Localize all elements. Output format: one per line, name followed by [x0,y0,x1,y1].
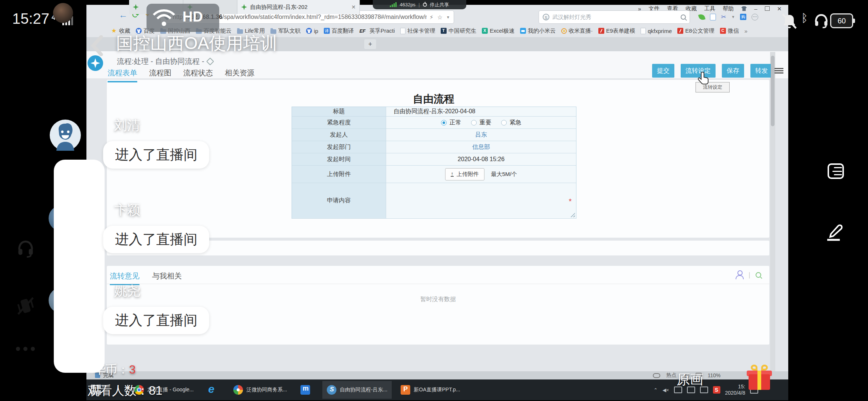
tray-mute-icon[interactable]: ◀× [662,387,669,393]
bookmark-item[interactable]: 收米直播· [561,27,593,35]
field-label: 发起部门 [292,141,386,153]
stream-control-panel [54,160,105,373]
radio-option[interactable]: 正常 [441,119,461,127]
radio-icon[interactable] [441,120,447,125]
close-button[interactable]: ✕ [777,6,782,12]
shopping-icon[interactable]: 购 [740,14,746,20]
menu-item[interactable]: 工具 [704,5,715,12]
back-button-icon[interactable]: ← [119,10,128,19]
viewer-counter: 观看人数：81 [88,382,162,399]
menu-hamburger-icon[interactable] [775,67,783,75]
stop-share-button[interactable]: 停止共享 [430,1,449,8]
favorite-star-icon[interactable]: ☆ [437,14,443,21]
bookmark-item[interactable]: E9表单建模 [598,27,635,35]
bookmarks-overflow-icon[interactable]: » [744,28,747,34]
browser-tab-active[interactable]: 自由协同流程-吕东-202 ✕ [237,0,360,14]
content-textarea[interactable]: * [386,183,576,219]
taskbar-item[interactable]: 新OA直播课PPT.p... [396,381,464,399]
ecology-logo[interactable] [88,55,103,71]
back-chevron-icon[interactable] [89,35,106,56]
scrollbar-thumb[interactable] [771,56,775,126]
minimize-button[interactable]: – [754,6,757,12]
clipboard-icon[interactable] [710,14,716,20]
empty-data-text: 暂时没有数据 [107,296,769,303]
taskbar-item[interactable] [203,381,224,399]
page-tab[interactable]: 流程状态 [183,68,213,82]
bookmark-label: Excel极速 [490,27,514,35]
bookmark-label: E9表单建模 [606,27,635,35]
tray-time: 15: [738,384,745,390]
hotspot-cloud-icon[interactable] [653,373,660,378]
search-icon[interactable] [681,14,686,20]
bookmark-item[interactable]: 英孚Practi [359,27,395,35]
lightning-icon[interactable]: ⚡ [430,14,434,21]
taskbar-item[interactable]: 自由协同流程-吕东... [322,381,392,399]
bookmark-item[interactable]: qkfxprime [641,28,672,34]
bookmark-item[interactable]: 我的小米云 [520,27,556,35]
page-tab[interactable]: 相关资源 [225,68,254,82]
tag-icon[interactable] [206,58,214,65]
gift-button[interactable] [746,364,773,391]
action-button[interactable]: 转发 [750,64,773,78]
initiator-link[interactable]: 吕东 [475,131,487,139]
more-tools-icon[interactable]: ••• [752,14,758,20]
search-opinions-icon[interactable] [756,272,761,278]
bookmark-item[interactable]: E8公文管理 [677,27,714,35]
new-tab-button[interactable]: + [364,39,376,49]
restore-button[interactable] [765,6,770,11]
action-button[interactable]: 提交 [652,64,674,78]
bookmark-item[interactable]: 百度翻译 [324,27,354,35]
more-options-button[interactable] [0,347,51,351]
url-dropdown-icon[interactable]: ▼ [446,15,450,19]
viewer-avatar[interactable] [50,120,81,151]
breadcrumb-text: 流程:处理 - 自由协同流程 - [117,56,204,66]
bookmark-item[interactable]: 社保卡管理 [400,27,435,35]
vibrate-mute-button[interactable] [0,296,51,316]
page-tab[interactable]: 流程图 [149,68,171,82]
taskbar-item[interactable] [296,381,318,399]
divider: | [418,2,420,7]
ecology-pinwheel-icon [91,58,100,68]
taskbar-item-label: 自由协同流程-吕东... [340,387,387,393]
streamer-avatar[interactable] [53,3,73,23]
tab-close-icon[interactable]: ✕ [351,4,356,10]
ellipsis-icon [16,347,35,351]
person-icon[interactable] [735,270,743,279]
page-tab[interactable]: 流程表单 [108,68,137,82]
search-box[interactable]: S 武汉解封灯光秀 [539,10,690,24]
bitrate-bars-icon [390,2,397,7]
resize-handle-icon[interactable] [571,213,575,217]
hotspot-label[interactable]: 热点 [666,372,677,379]
department-link[interactable]: 信息部 [472,143,490,151]
mute-bell-icon [780,13,798,30]
taskbar-item[interactable]: 泛微协同商务系... [229,381,292,399]
tray-clock[interactable]: 15: 2020/4/8 [725,384,746,396]
action-button[interactable]: 保存 [722,64,744,78]
bookmark-item[interactable]: Excel极速 [482,27,514,35]
radio-option[interactable]: 重要 [471,119,491,127]
stream-menu-button[interactable] [828,163,844,179]
radio-icon[interactable] [471,120,477,125]
radio-icon[interactable] [501,120,507,125]
upload-button[interactable]: ↑ 上传附件 [445,168,484,180]
sogou-ime-icon[interactable]: S [713,386,720,394]
menu-item[interactable]: 帮助 [723,5,734,12]
skin-icon[interactable] [741,6,747,11]
annotate-pencil-icon[interactable] [825,222,844,241]
screenshot-scissors-icon[interactable]: ✂ [721,13,726,20]
search-suggestion-text[interactable]: 武汉解封灯光秀 [552,14,591,21]
bookmark-icon [677,28,683,34]
night-mode-leaf-icon[interactable] [698,13,706,21]
radio-option[interactable]: 紧急 [501,119,522,127]
bookmark-item[interactable]: ip [306,28,318,34]
quality-selector[interactable]: 原画 [677,371,703,389]
opinions-tab[interactable]: 与我相关 [152,271,182,285]
zoom-level[interactable]: 110% [708,372,721,378]
title-field-value[interactable]: 自由协同流程-吕东-2020-04-08 [386,107,576,117]
form-title: 自由流程 [292,92,576,106]
listen-headphone-button[interactable] [0,238,51,258]
tray-expand-icon[interactable]: ⌃ [654,387,658,393]
bookmark-item[interactable]: 中国研究生 [441,27,476,35]
bookmark-item[interactable]: 微信 [720,27,739,35]
scissors-dropdown-icon[interactable]: ▼ [731,15,735,19]
